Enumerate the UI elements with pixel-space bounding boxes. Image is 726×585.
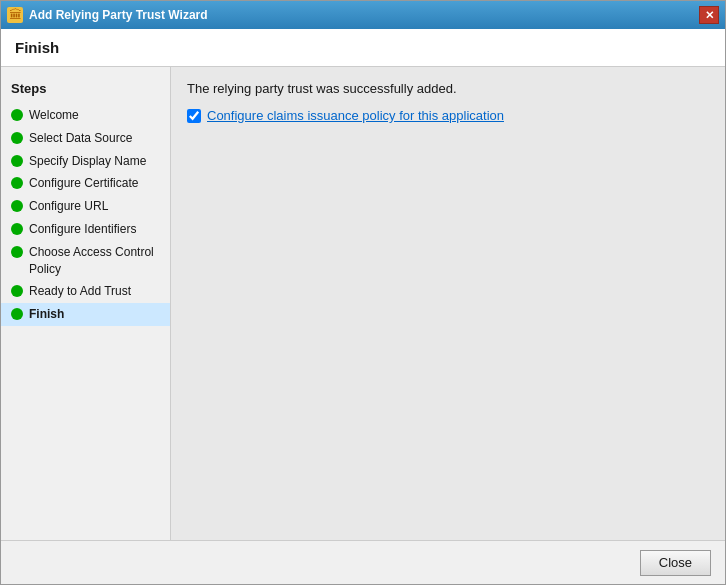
page-header: Finish: [1, 29, 725, 67]
sidebar-item-finish[interactable]: Finish: [1, 303, 170, 326]
sidebar-item-configure-url[interactable]: Configure URL: [1, 195, 170, 218]
step-dot-welcome: [11, 109, 23, 121]
sidebar-label-finish: Finish: [29, 306, 64, 323]
configure-claims-checkbox[interactable]: [187, 109, 201, 123]
wizard-window: 🏛 Add Relying Party Trust Wizard ✕ Finis…: [0, 0, 726, 585]
sidebar-item-select-data-source[interactable]: Select Data Source: [1, 127, 170, 150]
sidebar: Steps Welcome Select Data Source Specify…: [1, 67, 171, 540]
wizard-icon: 🏛: [7, 7, 23, 23]
sidebar-heading: Steps: [1, 77, 170, 104]
main-content-panel: The relying party trust was successfully…: [171, 67, 725, 540]
window-close-button[interactable]: ✕: [699, 6, 719, 24]
step-dot-choose-access-control-policy: [11, 246, 23, 258]
svg-text:🏛: 🏛: [9, 7, 22, 22]
sidebar-label-configure-url: Configure URL: [29, 198, 108, 215]
step-dot-configure-url: [11, 200, 23, 212]
sidebar-label-select-data-source: Select Data Source: [29, 130, 132, 147]
sidebar-label-configure-identifiers: Configure Identifiers: [29, 221, 136, 238]
title-bar: 🏛 Add Relying Party Trust Wizard ✕: [1, 1, 725, 29]
window-title: Add Relying Party Trust Wizard: [29, 8, 699, 22]
sidebar-label-ready-to-add-trust: Ready to Add Trust: [29, 283, 131, 300]
sidebar-item-choose-access-control-policy[interactable]: Choose Access Control Policy: [1, 241, 170, 281]
step-dot-ready-to-add-trust: [11, 285, 23, 297]
checkbox-row: Configure claims issuance policy for thi…: [187, 108, 709, 123]
sidebar-label-configure-certificate: Configure Certificate: [29, 175, 138, 192]
step-dot-configure-certificate: [11, 177, 23, 189]
sidebar-item-configure-identifiers[interactable]: Configure Identifiers: [1, 218, 170, 241]
content-area: Finish Steps Welcome Select Data Source …: [1, 29, 725, 584]
sidebar-item-welcome[interactable]: Welcome: [1, 104, 170, 127]
success-message: The relying party trust was successfully…: [187, 81, 709, 96]
sidebar-item-specify-display-name[interactable]: Specify Display Name: [1, 150, 170, 173]
footer: Close: [1, 540, 725, 584]
close-button[interactable]: Close: [640, 550, 711, 576]
step-dot-configure-identifiers: [11, 223, 23, 235]
main-body: Steps Welcome Select Data Source Specify…: [1, 67, 725, 540]
sidebar-label-welcome: Welcome: [29, 107, 79, 124]
configure-claims-label[interactable]: Configure claims issuance policy for thi…: [207, 108, 504, 123]
step-dot-finish: [11, 308, 23, 320]
sidebar-label-choose-access-control-policy: Choose Access Control Policy: [29, 244, 160, 278]
page-title: Finish: [15, 39, 59, 56]
sidebar-item-configure-certificate[interactable]: Configure Certificate: [1, 172, 170, 195]
sidebar-label-specify-display-name: Specify Display Name: [29, 153, 146, 170]
sidebar-item-ready-to-add-trust[interactable]: Ready to Add Trust: [1, 280, 170, 303]
step-dot-select-data-source: [11, 132, 23, 144]
step-dot-specify-display-name: [11, 155, 23, 167]
